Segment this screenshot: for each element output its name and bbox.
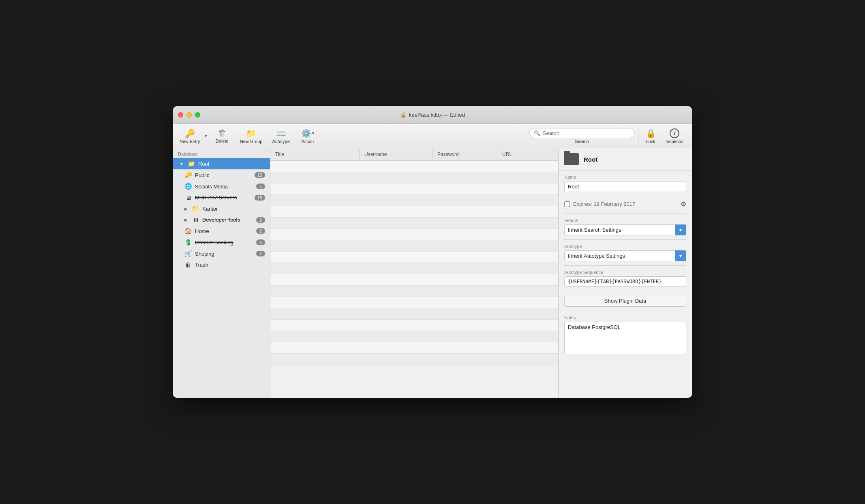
- app-window: 🔒 keePass.kdbx — Edited 🔑 New Entry ▾ 🗑 …: [173, 106, 692, 398]
- inspector-title: Root: [584, 156, 597, 163]
- col-header-title: Title: [270, 148, 360, 160]
- table-row[interactable]: [270, 342, 558, 354]
- inspector-search-select[interactable]: Inherit Search Settings: [564, 224, 686, 235]
- sidebar-item-trash[interactable]: 🗑 Trash: [173, 259, 270, 270]
- table-row[interactable]: [270, 308, 558, 320]
- table-row[interactable]: [270, 297, 558, 308]
- entry-list-header: Title Username Password URL: [270, 148, 558, 161]
- table-row[interactable]: [270, 206, 558, 218]
- inspector-name-label: Name: [564, 175, 686, 179]
- table-row[interactable]: [270, 354, 558, 365]
- table-row[interactable]: [270, 263, 558, 274]
- gear-icon[interactable]: ⚙: [681, 200, 686, 208]
- inspector-name-input[interactable]: [564, 181, 686, 192]
- table-row[interactable]: [270, 252, 558, 263]
- table-row[interactable]: [270, 331, 558, 342]
- table-row[interactable]: [270, 320, 558, 331]
- inspector-autotype-seq-section: Autotype Sequence: [559, 266, 692, 291]
- new-entry-dropdown-button[interactable]: ▾: [203, 132, 208, 140]
- delete-label: Delete: [216, 139, 229, 143]
- inspector-expires-row: Expires: 19 February 2017 ⚙: [564, 200, 686, 208]
- table-row[interactable]: [270, 286, 558, 297]
- badge-socials: 5: [256, 184, 265, 189]
- table-row[interactable]: [270, 218, 558, 229]
- autotype-button[interactable]: ⌨️ Autotype: [268, 127, 293, 145]
- table-row[interactable]: [270, 161, 558, 172]
- new-entry-icon: 🔑: [185, 128, 195, 138]
- trash-icon: 🗑: [184, 261, 192, 268]
- lock-button[interactable]: 🔒 Lock: [642, 127, 660, 145]
- badge-banking: 6: [256, 239, 265, 245]
- sidebar-item-label-kantor: Kantor: [202, 206, 265, 212]
- sidebar-item-label-trash: Trash: [195, 262, 265, 268]
- sidebar-item-public[interactable]: 🔑 Public 15: [173, 169, 270, 181]
- sidebar-item-internet-banking[interactable]: 💲 Internet Banking 6: [173, 237, 270, 248]
- entry-rows: [270, 161, 558, 398]
- sidebar-item-kantor[interactable]: ▶ 📁 Kantor: [173, 203, 270, 214]
- table-row[interactable]: [270, 195, 558, 206]
- inspector-notes-textarea[interactable]: Database PostgreSQL: [564, 322, 686, 354]
- lock-icon: 🔒: [646, 128, 656, 138]
- inspector-expires-label: Expires: 19 February 2017: [573, 201, 635, 207]
- sidebar-item-developer-tools[interactable]: ▶ 🖥 Developer Tools 2: [173, 214, 270, 225]
- chevron-right-icon-dev: ▶: [184, 218, 188, 222]
- inspector-search-select-wrap: Inherit Search Settings ▾: [564, 224, 686, 235]
- badge-dev: 2: [256, 217, 265, 223]
- toolbar: 🔑 New Entry ▾ 🗑 Delete 📁 New Group ⌨️ Au…: [173, 124, 692, 148]
- house-icon: 🏠: [184, 227, 192, 235]
- show-plugin-data-button[interactable]: Show Plugin Data: [564, 295, 686, 307]
- inspector-notes-section: Notes Database PostgreSQL: [559, 311, 692, 360]
- inspector-autotype-select-wrap: Inherit Autotype Settings ▾: [564, 250, 686, 261]
- table-row[interactable]: [270, 274, 558, 286]
- close-button[interactable]: [178, 112, 183, 117]
- inspector-plugin-section: Show Plugin Data: [559, 291, 692, 311]
- search-input[interactable]: [543, 130, 630, 136]
- grid-icon: 🛒: [184, 250, 192, 257]
- sidebar-item-label-home: Home: [195, 228, 253, 234]
- folder-icon: 📁: [188, 160, 195, 167]
- table-row[interactable]: [270, 229, 558, 240]
- search-icon: 🔍: [534, 130, 540, 136]
- inspector-autotype-section: Autotype Inherit Autotype Settings ▾: [559, 240, 692, 265]
- table-row[interactable]: [270, 184, 558, 195]
- sidebar-item-root[interactable]: ▼ 📁 Root: [173, 158, 270, 169]
- terminal-icon: 🖥: [192, 216, 199, 223]
- inspector-autotype-select[interactable]: Inherit Autotype Settings: [564, 250, 686, 261]
- key-icon: 🔑: [184, 171, 192, 179]
- folder-large-icon: [564, 153, 579, 165]
- inspector-expires-section: Expires: 19 February 2017 ⚙: [559, 196, 692, 214]
- inspector-autotype-seq-input[interactable]: [564, 276, 686, 287]
- action-label: Action: [302, 139, 314, 144]
- badge-public: 15: [255, 172, 265, 178]
- traffic-lights: [178, 112, 200, 117]
- servers-icon: 🖥: [184, 194, 192, 201]
- chevron-down-icon: ▼: [180, 162, 184, 166]
- search-input-wrap: 🔍: [529, 128, 635, 138]
- new-group-icon: 📁: [246, 128, 256, 138]
- action-icon: ⚙️ ▾: [301, 128, 314, 138]
- sidebar: Database ▼ 📁 Root 🔑 Public 15 🌐 Socials …: [173, 148, 270, 398]
- col-header-password: Password: [432, 148, 497, 160]
- sidebar-item-shoping[interactable]: 🛒 Shoping 7: [173, 248, 270, 259]
- autotype-icon: ⌨️: [276, 128, 286, 138]
- action-button[interactable]: ⚙️ ▾ Action: [295, 127, 320, 145]
- sidebar-item-home[interactable]: 🏠 Home 2: [173, 225, 270, 237]
- sidebar-item-label-banking: Internet Banking: [195, 239, 253, 246]
- inspector-search-label: Search: [564, 218, 686, 223]
- expires-checkbox[interactable]: [564, 201, 570, 207]
- sidebar-item-label-msr: MSR Z37 Servers: [195, 194, 251, 201]
- sidebar-item-socials-media[interactable]: 🌐 Socials Media 5: [173, 181, 270, 192]
- sidebar-item-msr-servers[interactable]: 🖥 MSR Z37 Servers 15: [173, 192, 270, 203]
- sidebar-item-label-dev: Developer Tools: [202, 217, 253, 223]
- toolbar-separator-1: [638, 129, 638, 143]
- maximize-button[interactable]: [195, 112, 200, 117]
- delete-button[interactable]: 🗑 Delete: [210, 127, 234, 145]
- new-entry-button[interactable]: 🔑 New Entry: [177, 127, 203, 145]
- inspector-panel: Root Name Expires: 19 February 2017 ⚙ Se…: [558, 148, 692, 398]
- table-row[interactable]: [270, 172, 558, 184]
- inspector-button[interactable]: i Inspector: [662, 127, 688, 145]
- new-group-button[interactable]: 📁 New Group: [236, 127, 267, 145]
- table-row[interactable]: [270, 240, 558, 252]
- minimize-button[interactable]: [186, 112, 192, 117]
- inspector-notes-label: Notes: [564, 315, 686, 320]
